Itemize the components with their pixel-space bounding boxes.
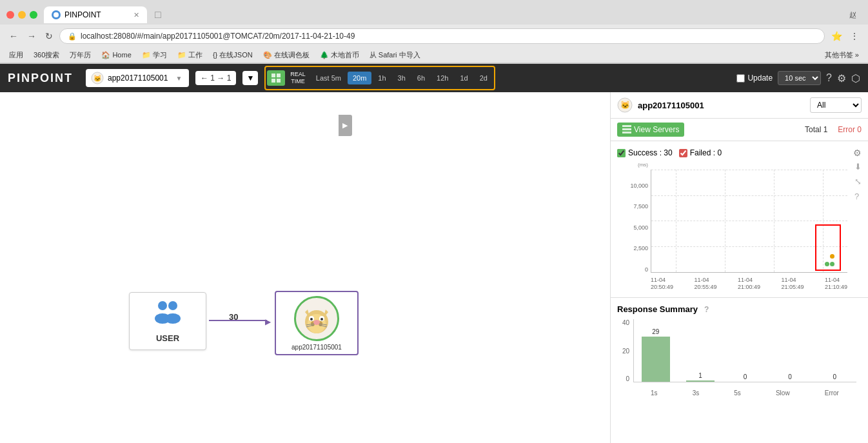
x-label-1s: 1s <box>651 389 658 397</box>
response-bar-chart: 40 20 0 29 1 <box>617 319 862 397</box>
update-checkbox[interactable]: Update <box>736 74 773 83</box>
bar-group-1s: 29 <box>634 319 677 382</box>
url-bar[interactable]: 🔒 localhost:28080/#/main/app20171105001@… <box>59 28 825 44</box>
view-servers-label: View Servers <box>634 125 679 134</box>
menu-button[interactable]: ⋮ <box>847 30 862 43</box>
bar-3s <box>686 380 715 382</box>
response-help-icon[interactable]: ? <box>704 305 709 314</box>
chart-settings-icon[interactable]: ⚙ <box>853 148 862 158</box>
failed-label: Failed : 0 <box>690 148 722 157</box>
grid-icon[interactable] <box>267 70 285 86</box>
svg-rect-5 <box>271 79 275 83</box>
bookmark-study[interactable]: 📁 学习 <box>138 49 171 61</box>
20m-button[interactable]: 20m <box>348 72 371 84</box>
user-node[interactable]: USER <box>129 292 206 350</box>
bookmark-others[interactable]: 其他书签 » <box>821 49 863 61</box>
bookmark-safari[interactable]: 从 Safari 中导入 <box>366 49 424 61</box>
svg-point-8 <box>168 301 177 310</box>
browser-tab[interactable]: PINPOINT ✕ <box>44 6 147 23</box>
app-selector-icon: 🐱 <box>91 72 104 84</box>
success-checkbox[interactable]: Success : 30 <box>617 148 673 157</box>
extensions-button[interactable]: ⭐ <box>829 30 845 43</box>
app-node-label: app20171105001 <box>291 344 342 351</box>
arrows-text: ← 1 → 1 <box>201 74 231 83</box>
bookmark-work[interactable]: 📁 工作 <box>173 49 206 61</box>
app-node[interactable]: app20171105001 <box>275 291 359 355</box>
browser-action-buttons: ⭐ ⋮ <box>829 30 862 43</box>
new-tab-button[interactable]: □ <box>147 5 169 25</box>
1h-button[interactable]: 1h <box>373 72 391 84</box>
minimize-dot[interactable] <box>18 11 26 19</box>
tab-close-button[interactable]: ✕ <box>133 11 139 19</box>
interval-select[interactable]: 10 sec 30 sec 1 min <box>778 71 821 85</box>
last-5m-button[interactable]: Last 5m <box>311 72 346 84</box>
12h-button[interactable]: 12h <box>431 72 453 84</box>
app-container: PINPOINT 🐱 app20171105001 ▼ ← 1 → 1 ▼ <box>0 64 868 443</box>
left-panel: GoJS evaluation (c) 1998-2016 Northwoods… <box>0 92 610 443</box>
1d-button[interactable]: 1d <box>455 72 473 84</box>
bar-1s <box>642 337 670 382</box>
real-time-button[interactable]: REALTIME <box>286 68 310 88</box>
x-label-3: 11-0421:00:49 <box>738 277 760 291</box>
success-checkbox-input[interactable] <box>617 149 626 157</box>
user-label: USER <box>156 333 179 343</box>
bookmark-json[interactable]: {} 在线JSON <box>209 49 257 61</box>
svg-point-21 <box>321 318 323 320</box>
download-icon[interactable]: ⬇ <box>854 162 862 172</box>
svg-point-7 <box>158 301 167 310</box>
failed-checkbox-input[interactable] <box>679 149 687 157</box>
back-button[interactable]: ← <box>6 30 21 43</box>
bar-x-axis: 1s 3s 5s Slow Error <box>633 389 856 397</box>
header-right: Update 10 sec 30 sec 1 min ? ⚙ ⬡ <box>736 71 860 85</box>
bar-value-slow: 0 <box>788 373 792 380</box>
bar-group-3s: 1 <box>678 319 722 382</box>
arrows-dropdown-button[interactable]: ▼ <box>242 71 258 85</box>
servers-error: Error 0 <box>838 125 862 134</box>
update-label: Update <box>747 74 773 83</box>
2d-button[interactable]: 2d <box>475 72 493 84</box>
scatter-chart: (ms) 10,000 7,500 5,000 2,500 0 <box>617 162 862 291</box>
maximize-dot[interactable] <box>30 11 37 19</box>
forward-button[interactable]: → <box>25 30 39 43</box>
app-logo: PINPOINT <box>8 72 73 85</box>
bar-y-axis: 40 20 0 <box>617 319 631 382</box>
bookmark-apps[interactable]: 应用 <box>5 49 27 61</box>
chart-y-axis: (ms) 10,000 7,500 5,000 2,500 0 <box>617 162 651 273</box>
close-dot[interactable] <box>6 11 14 19</box>
bar-y-40: 40 <box>622 319 629 326</box>
view-servers-button[interactable]: View Servers <box>617 123 684 137</box>
x-label-5: 11-0421:10:49 <box>825 277 847 291</box>
svg-point-20 <box>310 318 313 320</box>
settings-icon[interactable]: ⚙ <box>837 72 846 84</box>
update-checkbox-input[interactable] <box>736 74 745 83</box>
svg-point-0 <box>54 12 59 17</box>
bar-group-slow: 0 <box>768 319 811 382</box>
chart-help-icon[interactable]: ? <box>854 192 862 201</box>
response-title-text: Response Summary <box>617 304 698 314</box>
bookmark-360[interactable]: 360搜索 <box>30 49 63 61</box>
y-5000: 5,000 <box>633 224 648 231</box>
bar-y-0: 0 <box>626 375 629 382</box>
panel-app-select[interactable]: All <box>810 97 862 113</box>
tab-favicon <box>52 10 61 19</box>
svg-rect-4 <box>277 74 281 77</box>
bookmark-home[interactable]: 🏠 Home <box>97 50 135 61</box>
refresh-button[interactable]: ↻ <box>43 30 55 43</box>
bookmark-calendar[interactable]: 万年历 <box>66 49 95 61</box>
github-icon[interactable]: ⬡ <box>851 72 860 84</box>
response-summary: Response Summary ? 40 20 0 29 <box>611 298 868 443</box>
bookmark-wood[interactable]: 🌲 木地首币 <box>316 49 363 61</box>
svg-text:🐱: 🐱 <box>620 100 630 110</box>
bar-y-20: 20 <box>622 348 629 355</box>
x-label-4: 11-0421:05:49 <box>781 277 804 291</box>
app-selector[interactable]: 🐱 app20171105001 ▼ <box>86 69 189 87</box>
6h-button[interactable]: 6h <box>412 72 430 84</box>
bookmark-color[interactable]: 🎨 在线调色板 <box>259 49 313 61</box>
sidebar-toggle-button[interactable]: ▶ <box>339 115 352 136</box>
help-icon[interactable]: ? <box>826 72 832 84</box>
user-box[interactable]: USER <box>129 292 206 350</box>
y-7500: 7,500 <box>633 203 648 210</box>
failed-checkbox[interactable]: Failed : 0 <box>679 148 722 157</box>
fullscreen-icon[interactable]: ⤡ <box>854 177 862 186</box>
3h-button[interactable]: 3h <box>393 72 411 84</box>
